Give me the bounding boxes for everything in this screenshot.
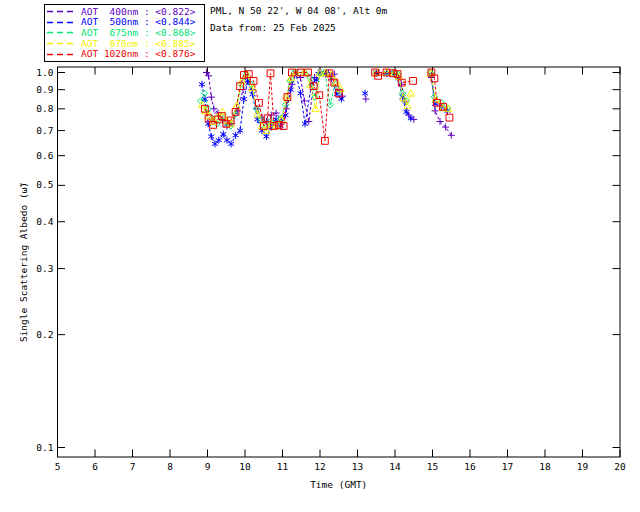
y-tick-label: 0.5	[36, 179, 53, 190]
series-markers-400nm	[362, 96, 369, 103]
x-tick-label: 14	[389, 461, 401, 472]
x-tick-label: 6	[92, 461, 98, 472]
y-tick-label: 0.1	[36, 442, 53, 453]
plot-canvas: AOT 400nm : <0.822>AOT 500nm : <0.844>AO…	[0, 0, 640, 512]
x-tick-label: 20	[614, 461, 626, 472]
x-tick-label: 13	[352, 461, 363, 472]
y-tick-label: 0.7	[36, 125, 53, 136]
y-tick-label: 0.4	[36, 216, 53, 227]
x-tick-label: 5	[55, 461, 61, 472]
x-tick-label: 18	[539, 461, 551, 472]
plot-frame	[58, 67, 621, 457]
series-675nm	[198, 69, 451, 130]
series-markers-500nm	[362, 90, 368, 97]
x-tick-label: 11	[277, 461, 289, 472]
x-tick-label: 7	[130, 461, 136, 472]
y-tick-label: 0.9	[36, 84, 53, 95]
series-markers-500nm	[199, 69, 345, 147]
y-tick-label: 0.8	[36, 103, 53, 114]
x-tick-label: 15	[427, 461, 438, 472]
x-tick-label: 8	[167, 461, 173, 472]
x-tick-label: 12	[314, 461, 325, 472]
x-axis-label: Time (GMT)	[310, 479, 367, 490]
y-axis-label: Single Scattering Albedo (ω̃)	[18, 182, 29, 342]
x-tick-label: 10	[239, 461, 251, 472]
y-tick-label: 0.6	[36, 150, 53, 161]
x-tick-label: 16	[464, 461, 476, 472]
x-tick-label: 9	[205, 461, 211, 472]
ssa-chart: 5678910111213141516171819201.00.90.80.70…	[0, 0, 640, 512]
x-tick-label: 17	[502, 461, 513, 472]
series-markers-1020nm	[372, 69, 417, 86]
x-tick-label: 19	[577, 461, 589, 472]
y-tick-label: 0.3	[36, 263, 53, 274]
y-tick-label: 1.0	[36, 67, 53, 78]
y-tick-label: 0.2	[36, 329, 53, 340]
series-870nm	[198, 69, 452, 134]
